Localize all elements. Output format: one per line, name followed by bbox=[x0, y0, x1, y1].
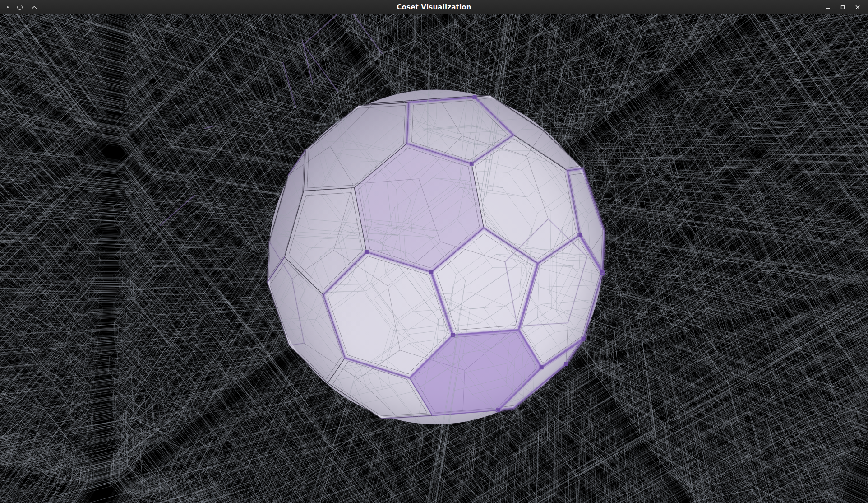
circle-icon[interactable] bbox=[17, 5, 23, 10]
titlebar-left-controls bbox=[0, 3, 37, 11]
chevron-up-icon[interactable] bbox=[31, 3, 37, 11]
minimize-icon bbox=[825, 5, 831, 10]
app-window: Coset Visualization bbox=[0, 0, 868, 503]
maximize-icon bbox=[840, 5, 845, 10]
close-icon bbox=[855, 5, 860, 10]
window-title: Coset Visualization bbox=[397, 3, 471, 11]
close-button[interactable] bbox=[852, 1, 863, 13]
menu-dot-icon[interactable] bbox=[7, 6, 9, 8]
maximize-button[interactable] bbox=[837, 1, 849, 13]
titlebar-right-controls bbox=[822, 1, 868, 13]
minimize-button[interactable] bbox=[822, 1, 834, 13]
titlebar[interactable]: Coset Visualization bbox=[0, 0, 868, 14]
scene-canvas[interactable] bbox=[0, 14, 868, 503]
